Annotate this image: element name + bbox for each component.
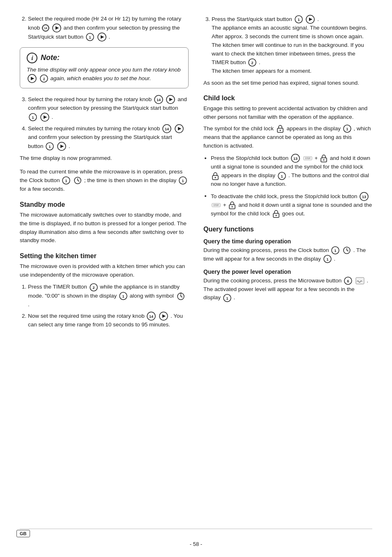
bullet2-text3: goes out. [282,210,305,217]
query-time-title: Query the time during operation [203,238,372,245]
svg-line-89 [347,250,348,251]
right-step3-text2: The appliance emits an acoustic signal. … [212,25,367,65]
kitchen-step-1: Press the TIMER button 2 while the appli… [28,283,189,309]
svg-marker-29 [178,127,181,130]
query-time-text-span: During the cooking process, press the Cl… [203,247,329,253]
kitchen-step1-text3: along with symbol [130,293,174,299]
svg-rect-94 [356,277,364,284]
svg-point-72 [323,159,325,161]
kitchen-step2-text: Now set the required time using the rota… [28,313,145,319]
svg-marker-34 [60,145,64,148]
svg-line-39 [78,180,79,181]
svg-marker-9 [101,35,104,39]
signal-tones-text: As soon as the set time period has expir… [203,79,372,88]
footer-divider [20,529,372,529]
child-lock-text2-span: The symbol for the child lock [203,125,274,132]
gb-badge: GB [16,530,30,537]
svg-text:13: 13 [293,157,297,161]
svg-text:STOP: STOP [305,157,310,159]
clock-read-para: To read the current time while the micro… [20,168,189,194]
svg-text:2: 2 [251,61,254,65]
child-lock-text2: The symbol for the child lock appears in… [203,124,372,150]
svg-text:1: 1 [65,179,67,183]
svg-text:1: 1 [346,127,348,131]
info-icon: 𝑖 [27,53,37,63]
step-list-left: Select the required mode (Hr 24 or Hr 12… [20,15,189,42]
child-lock-bullets: Press the Stop/child lock button 13 STOP… [203,154,372,218]
clock-read-text2: ; the time is then shown in the display [84,177,176,183]
bullet1-text3: appears in the display [221,172,275,178]
right-step3-text: Press the Start/quick start button [212,16,292,22]
query-power-text: During the cooking process, press the Mi… [203,277,372,303]
kitchen-timer-title: Setting the kitchen timer [20,252,189,260]
child-lock-bullet1: Press the Stop/child lock button 13 STOP… [211,154,372,189]
note-box: 𝑖 Note: The time display will only appea… [20,47,189,88]
svg-text:2: 2 [92,286,95,290]
svg-text:1: 1 [49,145,51,149]
svg-text:14: 14 [157,98,161,102]
svg-marker-60 [309,18,312,21]
clock-read-text3: for a few seconds. [20,186,65,192]
svg-text:14: 14 [165,127,169,131]
standby-mode-text: The microwave automatically switches ove… [20,211,189,245]
left-column: Select the required mode (Hr 24 or Hr 12… [20,15,189,529]
svg-line-48 [181,296,182,297]
kitchen-timer-intro: The microwave oven is provided with a ki… [20,262,189,280]
query-functions-title: Query functions [203,226,372,233]
kitchen-step-2: Now set the required time using the rota… [28,312,189,329]
svg-text:1: 1 [43,77,45,81]
query-time-text: During the cooking process, press the Cl… [203,246,372,263]
step3-text: Select the required hour by turning the … [28,96,152,102]
svg-text:1: 1 [281,174,283,178]
programmed-text: The time display is now programmed. [20,154,189,163]
bullet2-text: To deactivate the child lock, press the … [211,193,357,199]
svg-text:STOP: STOP [213,204,219,206]
query-power-title: Query the power level operation [203,268,372,275]
page: Select the required mode (Hr 24 or Hr 12… [0,0,392,557]
note-body: The time display will only appear once y… [27,67,180,73]
svg-text:1: 1 [32,116,34,120]
page-number: - 58 - [190,541,202,547]
right-column: Press the Start/quick start button 1 . T… [203,15,372,529]
svg-text:1: 1 [122,294,124,298]
svg-text:1: 1 [297,18,300,22]
child-lock-text3-span: appears in the display [287,125,341,132]
standby-mode-title: Standby mode [20,201,189,208]
note-title: Note: [41,53,60,62]
child-lock-bullet2: To deactivate the child lock, press the … [211,192,372,218]
svg-point-84 [275,215,277,216]
step-2: Select the required mode (Hr 24 or Hr 12… [28,15,189,42]
svg-text:1: 1 [89,35,91,39]
step4-text: Select the required minutes by turning t… [28,125,160,132]
svg-text:14: 14 [149,314,153,319]
svg-marker-55 [162,314,166,318]
child-lock-title: Child lock [203,95,372,102]
query-power-text-span: During the cooking process, press the Mi… [203,277,341,284]
svg-point-82 [232,206,233,208]
footer: GB - 58 - [0,541,392,547]
step-3-hour: Select the required hour by turning the … [28,95,189,122]
svg-text:1: 1 [334,249,337,253]
two-column-layout: Select the required mode (Hr 24 or Hr 12… [20,15,372,529]
svg-point-64 [279,130,281,131]
note-header: 𝑖 Note: [27,53,182,63]
right-step-3: Press the Start/quick start button 1 . T… [212,15,372,76]
svg-text:1: 1 [182,179,184,183]
right-step3-text3: The kitchen timer appears for a moment. [212,68,311,74]
step-4-min: Select the required minutes by turning t… [28,124,189,151]
svg-text:13: 13 [362,195,366,199]
svg-marker-24 [44,116,47,119]
svg-text:1: 1 [326,257,328,261]
note-body2: again, which enables you to set the hour… [51,75,151,81]
svg-point-74 [215,177,216,178]
knob-icon-14: 14 [42,24,49,32]
child-lock-intro: Engage this setting to prevent accidenta… [203,104,372,122]
svg-marker-12 [31,77,34,80]
kitchen-step1-text: Press the TIMER button [28,284,87,290]
right-step-list: Press the Start/quick start button 1 . T… [203,15,372,76]
kitchen-timer-steps: Press the TIMER button 2 while the appli… [20,283,189,329]
svg-marker-19 [169,98,173,101]
svg-text:1: 1 [226,296,228,300]
step-list-hour: Select the required hour by turning the … [20,95,189,151]
note-text: The time display will only appear once y… [27,66,182,83]
